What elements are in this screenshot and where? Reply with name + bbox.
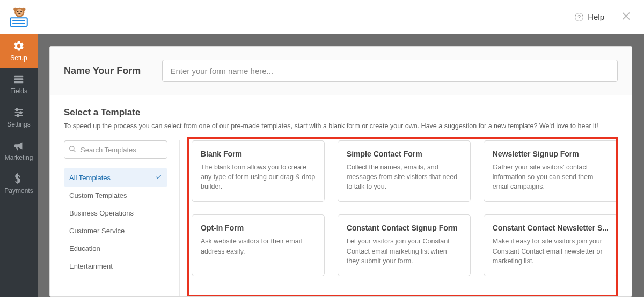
name-form-heading: Name Your Form: [64, 65, 141, 77]
svg-point-4: [16, 9, 23, 16]
category-label: Business Operations: [69, 209, 134, 217]
sidebar-item-label: Settings: [7, 121, 30, 128]
template-card-newsletter-signup[interactable]: Newsletter Signup Form Gather your site …: [484, 140, 618, 202]
template-title: Constant Contact Newsletter S...: [493, 224, 609, 232]
gear-icon: [13, 40, 25, 52]
template-grid: Blank Form The blank form allows you to …: [192, 140, 618, 276]
template-desc: Make it easy for site visitors join your…: [493, 236, 609, 265]
svg-line-20: [74, 150, 76, 152]
category-label: Custom Templates: [69, 191, 127, 199]
template-title: Blank Form: [201, 150, 316, 158]
help-link[interactable]: ? Help: [575, 12, 604, 21]
svg-point-5: [17, 11, 19, 12]
template-desc: The blank form allows you to create any …: [201, 162, 316, 191]
category-all-templates[interactable]: All Templates: [64, 168, 167, 187]
template-desc: Let your visitors join your Constant Con…: [347, 236, 462, 265]
category-customer-service[interactable]: Customer Service: [64, 222, 167, 240]
template-card-cc-newsletter[interactable]: Constant Contact Newsletter S... Make it…: [484, 214, 618, 276]
sidebar-item-label: Setup: [10, 54, 27, 62]
template-title: Constant Contact Signup Form: [347, 224, 462, 232]
template-card-blank-form[interactable]: Blank Form The blank form allows you to …: [192, 140, 325, 202]
bullhorn-icon: [13, 140, 25, 152]
sidebar-item-settings[interactable]: Settings: [0, 101, 38, 134]
svg-rect-12: [14, 81, 24, 84]
svg-point-18: [17, 115, 19, 117]
dollar-icon: [13, 173, 25, 185]
svg-point-8: [13, 7, 17, 11]
help-label: Help: [588, 12, 604, 21]
select-template-heading: Select a Template: [64, 107, 618, 118]
close-icon: [620, 10, 632, 22]
template-title: Simple Contact Form: [347, 150, 462, 158]
category-business-operations[interactable]: Business Operations: [64, 204, 167, 222]
template-title: Newsletter Signup Form: [493, 150, 609, 158]
sidebar-item-label: Marketing: [5, 154, 33, 161]
search-templates-input[interactable]: [64, 140, 167, 159]
svg-rect-0: [10, 18, 27, 26]
svg-point-19: [70, 146, 74, 151]
category-label: Customer Service: [69, 227, 125, 235]
desc-text: !: [596, 122, 598, 130]
svg-point-16: [16, 109, 18, 111]
svg-point-6: [20, 11, 22, 12]
template-description: To speed up the process you can select f…: [64, 122, 618, 130]
template-card-cc-signup[interactable]: Constant Contact Signup Form Let your vi…: [338, 214, 471, 276]
help-icon: ?: [575, 13, 583, 21]
desc-text: . Have a suggestion for a new template?: [418, 122, 539, 130]
sliders-icon: [13, 107, 25, 118]
setup-panel: Name Your Form Select a Template To spee…: [49, 46, 632, 297]
svg-rect-11: [14, 78, 24, 80]
svg-rect-10: [14, 76, 24, 78]
desc-text: or: [360, 122, 370, 130]
list-icon: [13, 73, 25, 85]
category-label: Entertainment: [69, 262, 113, 270]
svg-point-9: [22, 7, 26, 11]
sidebar-item-label: Fields: [10, 87, 27, 95]
blank-form-link[interactable]: blank form: [328, 122, 360, 130]
category-list: All Templates Custom Templates Business …: [64, 168, 167, 275]
category-column: All Templates Custom Templates Business …: [64, 140, 180, 296]
sidebar-item-payments[interactable]: Payments: [0, 167, 38, 201]
template-card-opt-in[interactable]: Opt-In Form Ask website visitors for the…: [192, 214, 325, 276]
template-card-simple-contact[interactable]: Simple Contact Form Collect the names, e…: [338, 140, 471, 202]
name-form-row: Name Your Form: [50, 47, 632, 95]
sidebar-item-setup[interactable]: Setup: [0, 34, 38, 68]
template-title: Opt-In Form: [201, 224, 316, 232]
check-icon: [155, 173, 162, 182]
suggestion-link[interactable]: We'd love to hear it: [539, 122, 596, 130]
category-entertainment[interactable]: Entertainment: [64, 257, 167, 275]
category-custom-templates[interactable]: Custom Templates: [64, 187, 167, 204]
close-button[interactable]: [620, 10, 632, 24]
search-icon: [69, 145, 76, 155]
template-desc: Gather your site visitors' contact infor…: [493, 162, 609, 191]
sidebar-item-fields[interactable]: Fields: [0, 68, 38, 101]
wpforms-logo-icon: [8, 6, 30, 28]
create-own-link[interactable]: create your own: [370, 122, 418, 130]
main: ? Help Name Your Form Select a Template …: [38, 0, 644, 297]
desc-text: To speed up the process you can select f…: [64, 122, 328, 130]
svg-point-7: [18, 13, 20, 14]
sidebar-item-label: Payments: [4, 187, 33, 195]
svg-point-17: [20, 112, 22, 114]
form-name-input[interactable]: [162, 60, 618, 82]
category-education[interactable]: Education: [64, 240, 167, 257]
template-desc: Collect the names, emails, and messages …: [347, 162, 462, 191]
template-column: Blank Form The blank form allows you to …: [180, 140, 618, 296]
sidebar: Setup Fields Settings Marketing Payments: [0, 0, 38, 297]
template-desc: Ask website visitors for their email add…: [201, 236, 316, 256]
logo: [0, 0, 38, 34]
sidebar-item-marketing[interactable]: Marketing: [0, 134, 38, 167]
category-label: Education: [69, 244, 100, 253]
topbar: ? Help: [38, 0, 644, 34]
category-label: All Templates: [69, 174, 111, 182]
